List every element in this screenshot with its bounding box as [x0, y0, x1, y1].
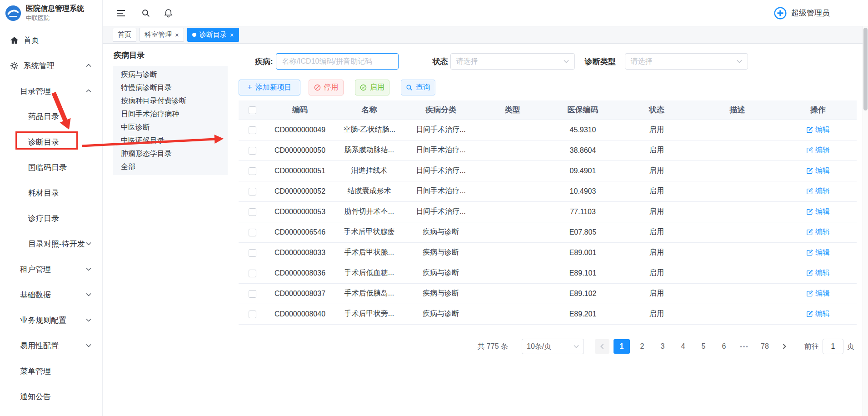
- page-button-2[interactable]: 2: [634, 339, 650, 354]
- sidebar-item-usability-config[interactable]: 易用性配置: [0, 333, 102, 358]
- page-size-select[interactable]: 10条/页: [522, 339, 584, 354]
- sidebar-item-business-rules-config[interactable]: 业务规则配置: [0, 307, 102, 333]
- row-checkbox[interactable]: [249, 126, 256, 134]
- catalog-item-special-chronic[interactable]: 特慢病诊断目录: [113, 81, 228, 94]
- edit-icon: [806, 229, 813, 236]
- page-button-5[interactable]: 5: [695, 339, 712, 354]
- column-header-code: 编码: [266, 100, 334, 120]
- row-checkbox[interactable]: [249, 311, 256, 318]
- sidebar-item-diagnosis-catalog[interactable]: 诊断目录: [0, 129, 102, 155]
- cell-insurance-code: 77.1103: [548, 201, 618, 222]
- edit-button[interactable]: 编辑: [806, 145, 830, 155]
- close-icon[interactable]: ×: [175, 31, 179, 38]
- page-button-4[interactable]: 4: [675, 339, 691, 354]
- cell-type: [477, 283, 548, 304]
- sidebar-item-catalog-management[interactable]: 目录管理: [0, 78, 102, 104]
- catalog-item-tumor-morphology[interactable]: 肿瘤形态学目录: [113, 147, 228, 160]
- edit-button-label: 编辑: [815, 145, 830, 155]
- vertical-scrollbar[interactable]: [863, 26, 868, 416]
- goto-label: 前往: [804, 342, 819, 351]
- scrollbar-thumb[interactable]: [863, 28, 868, 110]
- user-menu[interactable]: 超级管理员: [773, 6, 830, 20]
- tab-home[interactable]: 首页: [113, 28, 136, 42]
- app-title: 医院信息管理系统: [26, 4, 84, 14]
- pagination-ellipsis[interactable]: •••: [736, 339, 753, 354]
- chevron-up-icon: [86, 90, 91, 93]
- edit-button[interactable]: 编辑: [806, 186, 830, 196]
- sidebar-item-notice[interactable]: 通知公告: [0, 384, 102, 409]
- cell-name: 手术后甲状腺...: [334, 242, 404, 263]
- catalog-item-pay-by-disease[interactable]: 按病种目录付费诊断: [113, 94, 228, 107]
- cell-insurance-code: E89.102: [548, 283, 618, 304]
- sidebar-item-home[interactable]: 首页: [0, 27, 102, 53]
- chevron-right-icon: [782, 344, 787, 349]
- sidebar-item-treatment-catalog[interactable]: 诊疗目录: [0, 205, 102, 231]
- sidebar-item-tenant-management[interactable]: 租户管理: [0, 256, 102, 282]
- edit-button[interactable]: 编辑: [806, 125, 830, 135]
- cell-code: CD0000008036: [266, 263, 334, 283]
- edit-button[interactable]: 编辑: [806, 248, 830, 257]
- bell-icon[interactable]: [163, 8, 174, 19]
- column-header-name: 名称: [334, 100, 404, 120]
- close-icon[interactable]: ×: [230, 31, 234, 38]
- row-checkbox[interactable]: [249, 249, 256, 257]
- sidebar-item-drug-catalog[interactable]: 药品目录: [0, 104, 102, 129]
- enable-button[interactable]: 启用: [355, 80, 389, 95]
- sidebar-item-national-clinical-code-catalog[interactable]: 国临码目录: [0, 155, 102, 180]
- cell-type: [477, 120, 548, 140]
- sidebar-item-catalog-mapping[interactable]: 目录对照-待开发: [0, 231, 102, 256]
- disease-search-input[interactable]: [276, 53, 399, 70]
- cell-code: CD0000008037: [266, 283, 334, 304]
- sidebar-item-basic-data[interactable]: 基础数据: [0, 282, 102, 307]
- edit-button[interactable]: 编辑: [806, 166, 830, 175]
- sidebar-item-consumables-catalog[interactable]: 耗材目录: [0, 180, 102, 205]
- diagnosis-table: 编码 名称 疾病分类 类型 医保编码 状态 描述 操作 CD0000000049…: [239, 100, 857, 325]
- edit-button[interactable]: 编辑: [806, 268, 830, 278]
- sidebar-item-menu-management[interactable]: 菜单管理: [0, 358, 102, 384]
- check-circle-icon: [360, 84, 367, 91]
- page-button-3[interactable]: 3: [654, 339, 671, 354]
- catalog-item-tcm-diagnosis[interactable]: 中医诊断: [113, 120, 228, 134]
- disable-label: 停用: [324, 83, 339, 92]
- row-checkbox[interactable]: [249, 188, 256, 195]
- disable-button[interactable]: 停用: [309, 80, 344, 95]
- row-checkbox[interactable]: [249, 290, 256, 298]
- sidebar-item-system-management[interactable]: 系统管理: [0, 53, 102, 78]
- cell-code: CD0000006546: [266, 222, 334, 242]
- add-item-button[interactable]: + 添加新项目: [239, 80, 300, 95]
- edit-button[interactable]: 编辑: [806, 207, 830, 216]
- edit-button[interactable]: 编辑: [806, 227, 830, 237]
- status-select[interactable]: 请选择: [450, 53, 575, 70]
- page-button-1[interactable]: 1: [614, 339, 630, 354]
- app-logo-icon: [5, 5, 22, 22]
- edit-button[interactable]: 编辑: [806, 309, 830, 319]
- catalog-item-disease-diagnosis[interactable]: 疾病与诊断: [113, 68, 228, 81]
- catalog-item-all[interactable]: 全部: [113, 160, 228, 173]
- search-icon[interactable]: [140, 8, 151, 19]
- diagnosis-type-select[interactable]: 请选择: [625, 53, 748, 70]
- cell-description: [695, 304, 779, 324]
- row-checkbox[interactable]: [249, 270, 256, 277]
- tab-diagnosis-catalog[interactable]: 诊断目录 ×: [187, 28, 239, 42]
- page-button-6[interactable]: 6: [716, 339, 732, 354]
- tab-department-management[interactable]: 科室管理 ×: [140, 28, 184, 42]
- edit-button-label: 编辑: [815, 125, 830, 135]
- row-checkbox[interactable]: [249, 147, 256, 155]
- select-all-checkbox[interactable]: [249, 106, 256, 114]
- cell-name: 手术后甲状腺瘘: [334, 222, 404, 242]
- column-header-actions: 操作: [779, 100, 857, 120]
- next-page-button[interactable]: [777, 339, 792, 354]
- goto-page-input[interactable]: [823, 339, 843, 354]
- catalog-item-day-surgery[interactable]: 日间手术治疗病种: [113, 107, 228, 120]
- hamburger-icon[interactable]: [115, 8, 126, 19]
- page-button-78[interactable]: 78: [757, 339, 773, 354]
- cell-category: 日间手术治疗...: [404, 120, 477, 140]
- catalog-item-tcm-syndrome[interactable]: 中医证候目录: [113, 134, 228, 147]
- prev-page-button[interactable]: [595, 339, 609, 354]
- row-checkbox[interactable]: [249, 208, 256, 216]
- edit-button[interactable]: 编辑: [806, 289, 830, 298]
- row-checkbox[interactable]: [249, 167, 256, 175]
- app-logo-area: 医院信息管理系统 中联医院: [0, 0, 102, 26]
- row-checkbox[interactable]: [249, 229, 256, 236]
- query-button[interactable]: 查询: [401, 80, 435, 95]
